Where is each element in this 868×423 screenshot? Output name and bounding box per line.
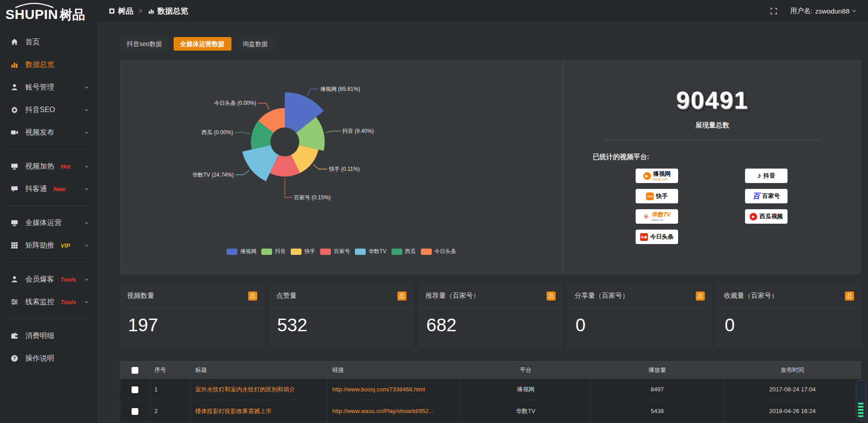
stat-card-2: 推荐量（百家号）总682 [418, 283, 563, 348]
sidebar-item-6[interactable]: 抖客通New [0, 178, 97, 200]
sidebar-item-label: 会员爆客 [25, 275, 54, 284]
row-checkbox-cell [120, 400, 150, 422]
douyin-logo-icon: ♪ [757, 171, 761, 180]
screen-icon [10, 162, 19, 170]
stat-card-header: 推荐量（百家号）总 [418, 283, 563, 309]
label-connector [285, 179, 292, 197]
baijiahao-logo-icon: 百 [753, 192, 760, 201]
sidebar-item-5[interactable]: 视频加热Hot [0, 155, 97, 178]
sidebar: SHUPIN树品 首页数据总览账号管理抖音SEO视频发布视频加热Hot抖客通Ne… [0, 0, 97, 423]
breadcrumb: 树品 > 数据总览 [108, 6, 188, 16]
tab-0[interactable]: 抖音seo数据 [120, 37, 169, 51]
legend-item-4[interactable]: 华数TV [355, 248, 386, 255]
username-value[interactable]: zswodun88 [815, 7, 849, 15]
label-connector [236, 170, 250, 175]
cell-plays: 8497 [590, 379, 724, 400]
sidebar-item-label: 消费明细 [25, 331, 54, 341]
sidebar-item-label: 抖音SEO [25, 105, 55, 115]
breadcrumb-separator: > [139, 7, 142, 14]
pie-slice-4[interactable] [242, 145, 278, 181]
kuaishou-logo-icon: Oo [646, 193, 654, 200]
total-badge[interactable]: 总 [397, 291, 406, 301]
sidebar-item-3[interactable]: 抖音SEO [0, 99, 97, 121]
stat-card-label: 收藏量（百家号） [724, 291, 778, 300]
scroll-indicator-widget[interactable] [856, 381, 866, 420]
sidebar-item-8[interactable]: 矩阵助推VIP [0, 234, 97, 257]
sidebar-divider [6, 206, 91, 206]
legend-label: 华数TV [368, 248, 386, 255]
stat-card-1: 点赞量总532 [269, 283, 414, 348]
select-all-checkbox[interactable] [132, 367, 138, 374]
slice-label: 今日头条 (0.00%) [214, 100, 256, 106]
sidebar-item-7[interactable]: 全媒体运营 [0, 212, 97, 234]
legend-swatch [226, 249, 237, 255]
legend-item-3[interactable]: 百家号 [320, 248, 350, 255]
fullscreen-icon[interactable] [770, 7, 778, 15]
boosj-logo-icon: ▶ [643, 172, 651, 180]
total-badge[interactable]: 总 [845, 291, 854, 301]
sidebar-item-label: 操作说明 [25, 354, 54, 363]
legend-label: 抖音 [275, 248, 286, 255]
platform-badge-toutiao: 头条今日头条 [636, 230, 678, 244]
slice-label: 快手 (0.11%) [328, 166, 359, 172]
logo-text-en: SHUPIN [5, 7, 58, 22]
platform-badge-wasu: ✳华数TVwasu.cn [636, 209, 678, 224]
stat-card-label: 点赞量 [276, 291, 297, 300]
sidebar-item-0[interactable]: 首页 [0, 31, 97, 53]
column-header-1: 标题 [190, 362, 327, 379]
total-badge[interactable]: 总 [696, 291, 705, 301]
sidebar-item-2[interactable]: 账号管理 [0, 76, 97, 99]
chevron-down-icon[interactable] [851, 8, 857, 14]
legend-swatch [392, 249, 402, 255]
sidebar-item-1[interactable]: 数据总览 [0, 53, 97, 76]
legend-item-5[interactable]: 西瓜 [392, 248, 416, 255]
chevron-down-icon [83, 107, 90, 113]
legend-item-2[interactable]: 快手 [291, 248, 315, 255]
tab-2[interactable]: 询盘数据 [236, 37, 275, 51]
legend-label: 西瓜 [405, 248, 416, 255]
slice-label: 华数TV (24.74%) [193, 172, 234, 178]
sidebar-item-4[interactable]: 视频发布 [0, 121, 97, 144]
sidebar-item-12[interactable]: ?操作说明 [0, 347, 97, 370]
total-badge[interactable]: 总 [547, 291, 556, 301]
chevron-down-icon [83, 299, 90, 306]
sidebar-item-9[interactable]: 会员爆客Tools [0, 268, 97, 291]
chevron-down-icon [83, 276, 90, 283]
legend-swatch [291, 249, 302, 255]
stat-cards: 视频数量总197点赞量总532推荐量（百家号）总682分享量（百家号）总0收藏量… [120, 283, 861, 348]
stat-card-header: 点赞量总 [269, 283, 414, 309]
row-checkbox[interactable] [132, 408, 138, 415]
cell-plays: 5438 [590, 400, 724, 422]
row-checkbox[interactable] [132, 386, 138, 393]
main-content: 抖音seo数据全媒体运营数据询盘数据 播视网 (65.61%)抖音 (9.40%… [97, 22, 868, 423]
sidebar-item-10[interactable]: 线索监控Tools [0, 291, 97, 313]
overview-panel: 播视网 (65.61%)抖音 (9.40%)快手 (0.11%)百家号 (0.1… [120, 60, 861, 274]
platform-badge-baijia: 百百家号 [745, 189, 788, 203]
monitor-icon [10, 219, 19, 227]
breadcrumb-current[interactable]: 数据总览 [157, 6, 188, 16]
sidebar-item-label: 账号管理 [25, 83, 54, 92]
legend-item-0[interactable]: 播视网 [226, 248, 256, 255]
platforms-title: 已统计的视频平台: [593, 153, 861, 161]
cell-link[interactable]: http://www.wasu.cn/Play/show/id/952... [327, 400, 461, 422]
sidebar-divider [6, 149, 91, 150]
legend-item-6[interactable]: 今日头条 [421, 248, 456, 255]
cell-link[interactable]: http://www.boosj.com/7338468.html [327, 379, 461, 400]
cell-title[interactable]: 楼体投影灯投影效果震撼上市 [190, 400, 327, 422]
chevron-down-icon [83, 163, 90, 170]
rose-chart[interactable]: 播视网 (65.61%)抖音 (9.40%)快手 (0.11%)百家号 (0.1… [120, 65, 554, 230]
sidebar-badge: Tools [61, 276, 76, 283]
wasu-logo-icon: ✳ [643, 212, 649, 221]
bar-chart-icon [148, 8, 155, 14]
sidebar-item-11[interactable]: 消费明细 [0, 324, 97, 347]
legend-label: 播视网 [240, 248, 256, 255]
tab-1[interactable]: 全媒体运营数据 [174, 37, 231, 51]
legend-item-1[interactable]: 抖音 [261, 248, 286, 255]
cell-title[interactable]: 室外水纹灯和室内水纹灯的区别和简介 [190, 379, 327, 400]
platform-badge-kuaishou: Oo快手 [636, 189, 678, 203]
stat-card-value: 682 [418, 309, 563, 335]
breadcrumb-root[interactable]: 树品 [118, 6, 133, 16]
table-row-0: 1室外水纹灯和室内水纹灯的区别和简介http://www.boosj.com/7… [120, 379, 861, 400]
sidebar-badge: Hot [61, 163, 71, 170]
total-badge[interactable]: 总 [248, 291, 257, 301]
